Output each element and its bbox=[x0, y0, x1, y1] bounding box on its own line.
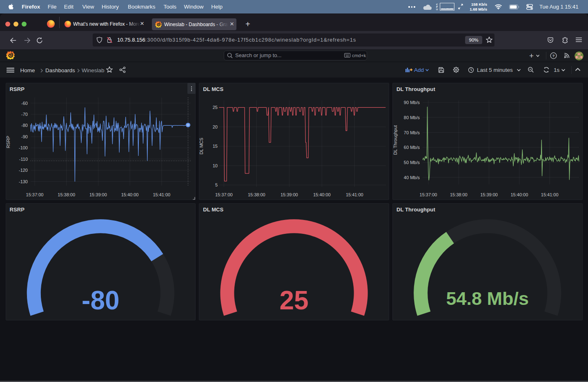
svg-text:?: ? bbox=[552, 53, 555, 58]
